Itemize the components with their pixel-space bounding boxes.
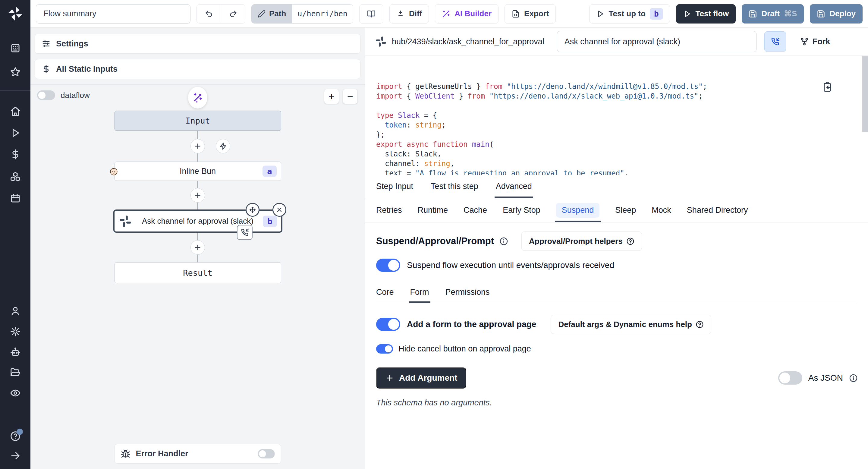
home-icon[interactable]: [10, 106, 21, 117]
help-circle-icon: [695, 320, 704, 329]
ai-builder-button[interactable]: AI Builder: [435, 4, 498, 24]
as-json-toggle[interactable]: [778, 371, 802, 385]
workers-bot-icon[interactable]: [10, 347, 21, 357]
draft-button[interactable]: Draft ⌘S: [742, 4, 804, 24]
undo-redo-group: [196, 4, 245, 24]
hide-cancel-toggle[interactable]: [376, 344, 393, 353]
error-handler-row[interactable]: Error Handler: [115, 444, 281, 464]
tab-early-stop[interactable]: Early Stop: [503, 198, 540, 222]
hub-script-path[interactable]: hub/2439/slack/ask_channel_for_approval: [392, 37, 544, 46]
dataflow-toggle[interactable]: [37, 90, 55, 100]
graph-toolbar: dataflow + −: [35, 88, 361, 107]
trigger-button[interactable]: [216, 139, 230, 153]
flow-summary-input[interactable]: Flow summary: [36, 4, 190, 24]
insert-step-button[interactable]: [190, 240, 205, 255]
flow-editor-panel: Settings All Static Inputs dataflow + − …: [30, 28, 365, 469]
dataflow-label: dataflow: [61, 91, 90, 100]
test-up-to-step-badge: b: [650, 8, 663, 20]
phone-incoming-icon: [771, 37, 780, 46]
input-node-label: Input: [185, 116, 210, 125]
add-argument-button[interactable]: Add Argument: [376, 368, 466, 388]
docs-button[interactable]: [359, 4, 383, 24]
audit-eye-icon[interactable]: [10, 387, 21, 399]
plus-icon: [385, 373, 394, 382]
info-icon[interactable]: [849, 374, 858, 382]
zoom-in-button[interactable]: +: [324, 89, 339, 104]
pencil-icon: [258, 10, 266, 18]
windmill-logo[interactable]: [7, 5, 24, 22]
tab-form[interactable]: Form: [410, 282, 429, 303]
tab-mock[interactable]: Mock: [652, 198, 671, 222]
favorites-star-icon[interactable]: [10, 67, 21, 77]
all-static-inputs-row[interactable]: All Static Inputs: [35, 59, 361, 79]
code-editor[interactable]: import { getResumeUrls } from "https://d…: [365, 56, 868, 175]
path-label: Path: [269, 9, 286, 19]
tab-runtime[interactable]: Runtime: [418, 198, 448, 222]
export-button[interactable]: Export: [504, 4, 556, 24]
workspace-icon[interactable]: [10, 43, 21, 54]
tab-retries[interactable]: Retries: [376, 198, 402, 222]
tab-sleep[interactable]: Sleep: [615, 198, 636, 222]
diff-button[interactable]: Diff: [390, 4, 429, 24]
suspend-execution-toggle[interactable]: [376, 259, 400, 272]
ai-flow-wand-button[interactable]: [188, 87, 207, 108]
folders-icon[interactable]: [10, 367, 21, 378]
tab-shared-directory[interactable]: Shared Directory: [687, 198, 748, 222]
tab-cache[interactable]: Cache: [464, 198, 487, 222]
info-icon[interactable]: [499, 237, 508, 246]
approval-phone-button[interactable]: [764, 31, 786, 52]
approval-prompt-helpers-button[interactable]: Approval/Prompt helpers: [521, 231, 642, 251]
flow-input-node[interactable]: Input: [115, 111, 281, 131]
help-icon[interactable]: [10, 431, 21, 442]
path-button[interactable]: Path u/henri/ben: [251, 4, 353, 24]
users-icon[interactable]: [10, 306, 21, 316]
tab-advanced[interactable]: Advanced: [496, 175, 532, 198]
tab-test-this-step[interactable]: Test this step: [431, 175, 478, 198]
undo-button[interactable]: [197, 4, 221, 23]
step-header: hub/2439/slack/ask_channel_for_approval …: [365, 28, 868, 56]
error-handler-toggle[interactable]: [258, 449, 275, 459]
settings-gear-icon[interactable]: [10, 326, 21, 337]
help-circle-icon: [626, 237, 634, 245]
zoom-out-glyph: −: [347, 91, 353, 102]
inline-bun-node[interactable]: TS Inline Bun a: [115, 162, 281, 181]
runs-icon[interactable]: [10, 127, 21, 138]
step-name-value: Ask channel for approval (slack): [564, 37, 680, 46]
test-flow-button[interactable]: Test flow: [676, 4, 736, 24]
insert-step-button[interactable]: [190, 188, 205, 202]
default-args-help-button[interactable]: Default args & Dynamic enums help: [551, 315, 711, 334]
save-icon: [749, 10, 757, 18]
ask-channel-node-selected[interactable]: Ask channel for approval (slack) b: [113, 210, 282, 233]
test-up-to-button[interactable]: Test up to b: [589, 4, 670, 24]
zoom-out-button[interactable]: −: [343, 89, 358, 104]
delete-step-button[interactable]: [273, 203, 286, 217]
bun-baby-icon: [110, 167, 118, 170]
tab-permissions[interactable]: Permissions: [445, 282, 490, 303]
helpers-label: Approval/Prompt helpers: [529, 237, 623, 246]
move-step-button[interactable]: [246, 203, 259, 217]
redo-icon: [229, 10, 238, 18]
play-icon: [596, 10, 604, 18]
flow-settings-row[interactable]: Settings: [35, 34, 361, 54]
flow-result-node[interactable]: Result: [115, 262, 281, 283]
scrollbar-thumb[interactable]: [862, 56, 868, 132]
expand-sidebar-arrow-icon[interactable]: [10, 450, 21, 461]
redo-button[interactable]: [221, 4, 245, 23]
tab-core[interactable]: Core: [376, 282, 394, 303]
fork-button[interactable]: Fork: [800, 37, 830, 46]
insert-step-button[interactable]: [190, 139, 205, 153]
tab-step-input[interactable]: Step Input: [376, 175, 413, 198]
tab-suspend[interactable]: Suspend: [556, 198, 600, 222]
add-form-toggle[interactable]: [376, 318, 400, 331]
schedules-icon[interactable]: [10, 193, 21, 204]
step-name-input[interactable]: Ask channel for approval (slack): [557, 31, 756, 52]
add-form-label: Add a form to the approval page: [407, 319, 536, 329]
move-arrows-icon: [249, 206, 256, 213]
variables-icon[interactable]: [10, 149, 21, 160]
test-up-to-label: Test up to: [609, 9, 646, 19]
deploy-button[interactable]: Deploy: [810, 4, 863, 24]
play-icon: [683, 10, 691, 18]
copy-code-button[interactable]: [822, 62, 848, 112]
step-a-badge: a: [262, 166, 276, 177]
resources-icon[interactable]: [10, 171, 21, 182]
